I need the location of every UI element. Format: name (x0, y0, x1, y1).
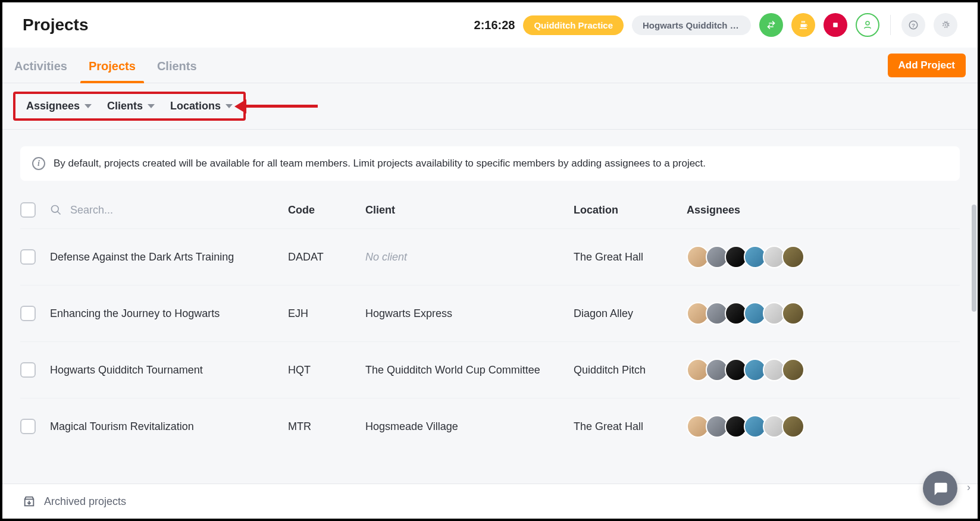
project-code: DADAT (288, 251, 365, 263)
search-icon (50, 204, 62, 216)
filter-clients[interactable]: Clients (107, 100, 155, 112)
person-icon (862, 20, 873, 30)
table-row[interactable]: Hogwarts Quidditch TournamentHQTThe Quid… (20, 341, 960, 398)
assignee-avatars[interactable] (687, 359, 960, 381)
stop-icon (830, 20, 841, 30)
assignee-avatars[interactable] (687, 415, 960, 438)
table-row[interactable]: Defense Against the Dark Arts TrainingDA… (20, 228, 960, 285)
project-code: HQT (288, 364, 365, 376)
filter-highlight-box: Assignees Clients Locations (13, 92, 246, 121)
filter-clients-label: Clients (107, 100, 143, 112)
timer-display: 2:16:28 (474, 18, 515, 32)
swap-button[interactable] (759, 13, 783, 37)
help-button[interactable]: ? (901, 13, 925, 37)
info-banner: i By default, projects created will be a… (20, 146, 960, 181)
filter-assignees-label: Assignees (26, 100, 80, 112)
project-name: Enhancing the Journey to Hogwarts (50, 307, 288, 320)
tab-projects[interactable]: Projects (89, 48, 136, 83)
project-name: Magical Tourism Revitalization (50, 420, 288, 433)
avatar (782, 246, 804, 268)
project-client: Hogsmeade Village (365, 420, 574, 433)
app-header: Projects 2:16:28 Quidditch Practice Hogw… (2, 2, 978, 48)
profile-button[interactable] (856, 13, 879, 37)
search-input[interactable] (70, 204, 189, 216)
svg-rect-0 (833, 23, 838, 27)
scrollbar-thumb[interactable] (972, 205, 976, 312)
column-client: Client (365, 204, 574, 216)
chevron-down-icon (226, 104, 233, 108)
chevron-down-icon (148, 104, 155, 108)
swap-icon (766, 20, 777, 30)
assignee-avatars[interactable] (687, 246, 960, 268)
project-name: Hogwarts Quidditch Tournament (50, 364, 288, 376)
annotation-arrow (234, 99, 318, 114)
filter-locations-label: Locations (170, 100, 221, 112)
chat-widget[interactable] (923, 471, 957, 506)
project-location: The Great Hall (574, 251, 687, 263)
context-pill[interactable]: Hogwarts Quidditch To... (632, 15, 751, 35)
project-location: The Great Hall (574, 420, 687, 433)
filter-locations[interactable]: Locations (170, 100, 233, 112)
info-banner-text: By default, projects created will be ava… (54, 158, 706, 170)
stop-button[interactable] (824, 13, 847, 37)
project-client: No client (365, 251, 574, 263)
project-client: The Quidditch World Cup Committee (365, 364, 574, 376)
filter-bar: Assignees Clients Locations (2, 83, 978, 130)
page-title: Projects (23, 15, 89, 34)
info-icon: i (32, 157, 45, 170)
project-name: Defense Against the Dark Arts Training (50, 251, 288, 263)
column-code: Code (288, 204, 365, 216)
chevron-down-icon (84, 104, 92, 108)
select-all-checkbox[interactable] (20, 202, 36, 218)
coffee-icon (798, 20, 809, 30)
projects-table: Code Client Location Assignees Defense A… (2, 192, 978, 484)
chat-icon (932, 480, 948, 497)
header-controls: 2:16:28 Quidditch Practice Hogwarts Quid… (474, 13, 957, 37)
avatar (782, 302, 804, 325)
archive-icon (23, 495, 36, 508)
tab-activities[interactable]: Activities (14, 48, 67, 83)
project-code: MTR (288, 420, 365, 433)
avatar (782, 415, 804, 438)
row-checkbox[interactable] (20, 249, 36, 265)
row-checkbox[interactable] (20, 306, 36, 321)
tab-clients[interactable]: Clients (157, 48, 197, 83)
assignee-avatars[interactable] (687, 302, 960, 325)
column-assignees: Assignees (687, 204, 960, 216)
footer: Archived projects (2, 484, 978, 519)
svg-point-3 (52, 206, 59, 213)
project-client: Hogwarts Express (365, 307, 574, 320)
avatar (782, 359, 804, 381)
project-location: Quidditch Pitch (574, 364, 687, 376)
row-checkbox[interactable] (20, 419, 36, 434)
active-activity-pill[interactable]: Quidditch Practice (523, 15, 624, 35)
filter-assignees[interactable]: Assignees (26, 100, 92, 112)
tab-bar: Activities Projects Clients Add Project (2, 48, 978, 83)
table-row[interactable]: Magical Tourism RevitalizationMTRHogsmea… (20, 398, 960, 454)
add-project-button[interactable]: Add Project (888, 54, 966, 77)
table-row[interactable]: Enhancing the Journey to HogwartsEJHHogw… (20, 285, 960, 341)
settings-button[interactable] (934, 13, 957, 37)
svg-text:?: ? (912, 22, 915, 29)
scroll-right-icon: › (967, 481, 970, 494)
column-location: Location (574, 204, 687, 216)
settings-icon (940, 20, 951, 30)
help-icon: ? (908, 20, 919, 30)
archived-link[interactable]: Archived projects (44, 495, 126, 508)
project-code: EJH (288, 307, 365, 320)
svg-line-4 (58, 212, 61, 215)
row-checkbox[interactable] (20, 362, 36, 378)
project-location: Diagon Alley (574, 307, 687, 320)
header-divider (890, 15, 891, 35)
break-button[interactable] (791, 13, 815, 37)
